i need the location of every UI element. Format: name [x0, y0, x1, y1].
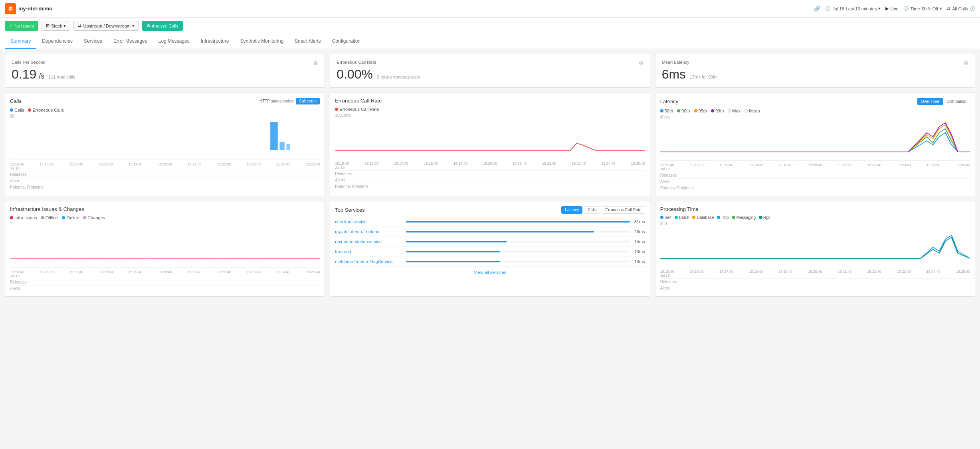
service-bar-checkout	[406, 221, 630, 223]
service-val-frontend: 13ms	[633, 249, 645, 254]
analyze-calls-button[interactable]: ⊕ Analyze Calls	[142, 21, 183, 31]
latency-footer-releases: Releases	[660, 172, 970, 178]
stack-label: Stack	[51, 24, 62, 28]
processing-title: Processing Time	[660, 206, 699, 212]
erroneous-xaxis: 15:15:40Jul 18 15:16:00 15:17:40 15:18:4…	[335, 161, 645, 170]
http-status-codes-label[interactable]: HTTP status codes	[259, 99, 293, 103]
service-row-frontend: my-otel-demo-frontend 26ms	[335, 227, 645, 237]
call-count-button[interactable]: Call count	[296, 98, 320, 104]
legend-mean	[744, 109, 748, 112]
top-services-calls-tab[interactable]: Calls	[584, 206, 600, 214]
ml-zoom-icon[interactable]: ⊕	[964, 60, 968, 66]
calls-actions: HTTP status codes Call count	[259, 98, 320, 104]
top-bar-left: ⚙ my-otel-demo	[5, 3, 52, 14]
top-bar: ⚙ my-otel-demo 🔗 🕐 Jul 18 Last 10 minute…	[0, 0, 980, 18]
service-bar-otel	[406, 231, 594, 232]
legend-messaging	[732, 216, 735, 219]
infra-footer-alerts: Alerts	[10, 285, 320, 291]
calls-legend: Calls Erroneous Calls	[10, 108, 320, 112]
calls-title: Calls	[10, 98, 22, 104]
top-services-latency-tab[interactable]: Latency	[561, 206, 582, 214]
cps-zoom-icon[interactable]: ⊕	[313, 60, 318, 66]
ecr-sub: 0 total erroneous calls	[377, 75, 420, 79]
tab-infrastructure[interactable]: Infrastructure	[195, 34, 235, 49]
service-name-recommendation[interactable]: recommendationservice	[335, 239, 403, 244]
infra-title: Infrastructure Issues & Changes	[10, 206, 84, 212]
legend-dot-calls	[10, 108, 13, 112]
legend-changes	[83, 216, 86, 219]
infra-xaxis: 15:15:40Jul 18 15:16:00 15:17:40 15:18:4…	[10, 269, 320, 279]
clock2-icon: 🕐	[903, 6, 909, 11]
ecr-footer-problems: Potential Problems	[335, 183, 645, 189]
legend-rpc	[759, 216, 762, 219]
chart-top-services: Top Services Latency Calls Erroneous Cal…	[330, 201, 650, 297]
service-bar-wrap-frontend	[406, 251, 630, 252]
legend-50th	[660, 109, 663, 112]
chart-latency: Latency Over Time Distribution 50th 90th…	[655, 93, 975, 196]
tab-synthetic-monitoring[interactable]: Synthetic Monitoring	[235, 34, 289, 49]
processing-xaxis: 15:15:40Jul 18 15:16:00 15:17:40 15:18:4…	[660, 269, 970, 278]
service-name-featureflag[interactable]: oteldemo.FeatureFlagService	[335, 259, 403, 264]
all-calls-control[interactable]: ⇄ All Calls 🕐	[947, 6, 975, 11]
upstream-icon: ⇄	[78, 23, 81, 28]
service-name-frontend[interactable]: frontend	[335, 249, 403, 254]
app-logo-icon: ⚙	[5, 3, 16, 14]
top-services-ecr-tab[interactable]: Erroneous Call Rate	[602, 206, 645, 214]
legend-offline	[41, 216, 44, 219]
latency-footer-alerts: Alerts	[660, 178, 970, 185]
top-services-tabs: Latency Calls Erroneous Call Rate	[561, 206, 645, 214]
analyze-icon: ⊕	[147, 23, 150, 28]
no-issues-button[interactable]: ✓ No Issues	[5, 21, 38, 31]
ecr-zoom-icon[interactable]: ⊕	[639, 60, 643, 66]
filter-icon: ⇄	[947, 6, 950, 11]
latency-overtime-btn[interactable]: Over Time	[917, 98, 943, 105]
stack-icon: ⊞	[46, 23, 49, 28]
service-bar-rec	[406, 241, 507, 242]
tab-summary[interactable]: Summary	[5, 34, 36, 49]
legend-90th	[677, 109, 680, 112]
stack-button[interactable]: ⊞ Stack ▾	[42, 21, 71, 31]
latency-footer-problems: Potential Problems	[660, 185, 970, 191]
cps-unit: /s	[39, 72, 44, 81]
erroneous-header: Erroneous Call Rate	[335, 98, 645, 104]
legend-dot-erroneous	[28, 108, 31, 112]
erroneous-title: Erroneous Call Rate	[335, 98, 382, 104]
ecr-number: 0.00%	[337, 67, 373, 82]
svg-rect-0	[270, 122, 278, 150]
erroneous-chart-area	[335, 119, 645, 159]
live-badge[interactable]: ▶ Live	[885, 6, 898, 11]
legend-batch	[675, 216, 678, 219]
latency-distribution-btn[interactable]: Distribution	[943, 98, 970, 105]
tab-services[interactable]: Services	[78, 34, 108, 49]
app-logo[interactable]: ⚙ my-otel-demo	[5, 3, 52, 14]
tab-smart-alerts[interactable]: Smart Alerts	[289, 34, 326, 49]
stat-erroneous-rate: Erroneous Call Rate ⊕ 0.00% 0 total erro…	[330, 54, 650, 88]
latency-legend: 50th 90th 95th 99th Max Mean	[660, 108, 970, 113]
ml-value: 6ms 17ms for 90th	[662, 67, 968, 82]
upstream-downstream-button[interactable]: ⇄ Upstream / Downstream ▾	[73, 21, 139, 31]
calls-xaxis: 15:15:40Jul 18 15:16:00 15:17:40 15:18:4…	[10, 161, 320, 171]
service-row-recommendation: recommendationservice 14ms	[335, 237, 645, 247]
link-icon[interactable]: 🔗	[814, 6, 820, 12]
infra-header: Infrastructure Issues & Changes	[10, 206, 320, 212]
chart-infrastructure: Infrastructure Issues & Changes Infra Is…	[5, 201, 325, 297]
timeshift-chevron[interactable]: ▾	[940, 6, 942, 11]
service-name-checkout[interactable]: checkoutservice	[335, 219, 403, 224]
timeshift-control[interactable]: 🕐 Time Shift: Off ▾	[903, 6, 942, 11]
processing-header: Processing Time	[660, 206, 970, 212]
legend-self	[660, 216, 663, 219]
service-row-frontend2: frontend 13ms	[335, 247, 645, 257]
calls-footer-releases: Releases	[10, 171, 320, 177]
tab-log-messages[interactable]: Log Messages	[153, 34, 195, 49]
calls-footer-alerts: Alerts	[10, 177, 320, 184]
tab-configuration[interactable]: Configuration	[327, 34, 366, 49]
view-all-services-link[interactable]: View all services	[335, 267, 645, 278]
service-name-otel-frontend[interactable]: my-otel-demo-frontend	[335, 229, 403, 234]
service-bar-wrap-feature	[406, 261, 630, 262]
service-val-rec: 14ms	[633, 239, 645, 244]
tab-dependencies[interactable]: Dependencies	[36, 34, 78, 49]
check-icon: ✓	[9, 23, 13, 28]
service-bar-feature	[406, 261, 500, 262]
tab-error-messages[interactable]: Error Messages	[108, 34, 153, 49]
chevron-down-icon[interactable]: ▾	[878, 6, 881, 11]
